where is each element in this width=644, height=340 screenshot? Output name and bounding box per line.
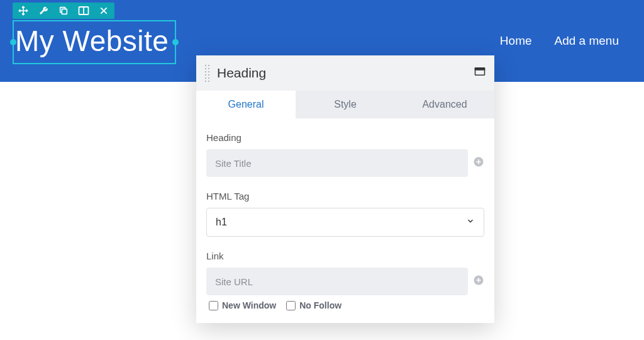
heading-input[interactable] — [206, 149, 468, 177]
no-follow-label: No Follow — [299, 300, 341, 310]
primary-nav: Home Add a menu — [500, 34, 619, 48]
tab-style[interactable]: Style — [296, 91, 395, 118]
html-tag-value: h1 — [216, 217, 466, 228]
no-follow-checkbox[interactable]: No Follow — [286, 300, 341, 310]
settings-panel: Heading General Style Advanced Heading H… — [196, 55, 494, 323]
new-window-checkbox[interactable]: New Window — [209, 300, 276, 310]
tab-advanced[interactable]: Advanced — [395, 91, 494, 118]
wrench-icon[interactable] — [38, 5, 49, 16]
html-tag-label: HTML Tag — [206, 191, 484, 201]
drag-handle-icon[interactable] — [205, 65, 209, 82]
element-toolbar — [13, 3, 114, 19]
responsive-icon[interactable] — [474, 67, 486, 79]
add-connection-icon[interactable] — [473, 275, 484, 288]
heading-label: Heading — [206, 132, 484, 143]
panel-titlebar: Heading — [196, 55, 494, 91]
html-tag-select[interactable]: h1 — [206, 208, 484, 237]
panel-title: Heading — [217, 65, 467, 81]
new-window-label: New Window — [222, 300, 276, 310]
new-window-checkbox-input[interactable] — [209, 301, 218, 310]
resize-handle-right[interactable] — [172, 39, 179, 45]
nav-home[interactable]: Home — [500, 34, 532, 48]
move-icon[interactable] — [18, 5, 29, 16]
nav-add-menu[interactable]: Add a menu — [555, 34, 619, 48]
site-title[interactable]: My Website — [13, 20, 171, 62]
copy-icon[interactable] — [58, 5, 69, 16]
svg-rect-4 — [475, 68, 485, 70]
panel-body: Heading HTML Tag h1 Link New Window — [196, 118, 494, 323]
heading-element-selected[interactable]: My Website — [13, 20, 171, 62]
close-icon[interactable] — [98, 5, 109, 16]
link-input[interactable] — [206, 268, 468, 295]
link-label: Link — [206, 251, 484, 261]
settings-tabs: General Style Advanced — [196, 91, 494, 118]
columns-icon[interactable] — [78, 5, 89, 16]
no-follow-checkbox-input[interactable] — [286, 301, 296, 310]
add-connection-icon[interactable] — [473, 156, 484, 170]
resize-handle-left[interactable] — [10, 39, 16, 45]
tab-general[interactable]: General — [196, 91, 296, 118]
svg-rect-0 — [62, 9, 67, 14]
chevron-down-icon — [466, 217, 475, 228]
